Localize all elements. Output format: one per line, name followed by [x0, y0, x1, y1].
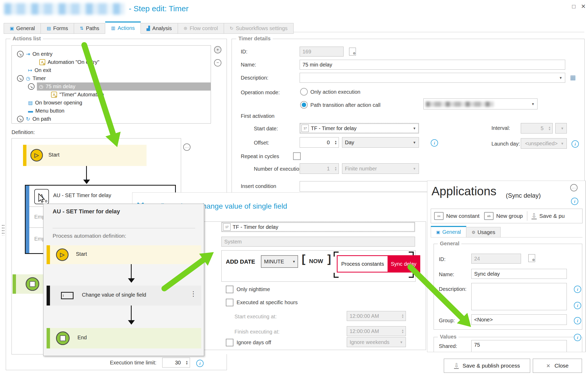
process-constant-token[interactable]: Process constants Sync delay — [337, 255, 420, 273]
tree-item-timer-automation[interactable]: A⚙ "Timer" Automation — [12, 91, 211, 99]
start-date-combo[interactable]: 17 TF - Timer for delay ▼ — [300, 123, 419, 134]
info-glyph: i — [434, 141, 435, 145]
app-description-input[interactable] — [471, 283, 567, 310]
add-action-button[interactable]: + — [214, 46, 221, 53]
close-button[interactable]: ✕ Close — [533, 359, 582, 373]
offset-info-icon[interactable]: i — [431, 139, 438, 147]
maximize-button[interactable]: □ — [572, 3, 575, 10]
description-info-icon-2[interactable]: i — [574, 302, 581, 309]
only-nighttime-checkbox[interactable] — [226, 286, 233, 293]
spin-down-icon[interactable]: ▼ — [334, 142, 337, 145]
tree-item-label: On exit — [35, 67, 51, 73]
save-publish-toolbar-button[interactable]: Save & pu — [539, 213, 565, 219]
spinner[interactable]: ▲▼ — [186, 360, 188, 365]
tree-item-menu-button[interactable]: ▬ Menu button — [12, 107, 211, 115]
spinner[interactable]: ▲▼ — [334, 140, 337, 145]
offset-input[interactable]: 0 ▲▼ — [300, 137, 339, 148]
tab-actions[interactable]: ▥ Actions — [105, 21, 141, 34]
grid-glyph: ▦ — [570, 74, 576, 81]
au-box-title: AU - SET Timer for delay — [53, 192, 111, 198]
repeat-in-cycles-label: Repeat in cycles — [241, 153, 279, 159]
selection-corner — [409, 273, 414, 278]
app-group-dropdown[interactable]: <None> — [471, 314, 567, 325]
single-field-icon: I — [61, 292, 74, 299]
description-info-icon[interactable]: i — [574, 286, 581, 293]
dropdown-icon[interactable]: ▼ — [413, 126, 416, 130]
definition-start-node[interactable]: ▷ Start — [23, 145, 147, 166]
popup-change-value-node[interactable]: I Change value of single field ⋮ — [47, 286, 201, 306]
values-info-icon[interactable]: i — [574, 334, 581, 341]
spin-down-icon[interactable]: ▼ — [186, 363, 188, 365]
path-selector-dropdown[interactable]: ▼ — [423, 98, 537, 109]
popup-end-node[interactable]: End — [47, 328, 201, 348]
radio-path-transition[interactable] — [300, 101, 308, 109]
automation-definition-popup: AU - SET Timer for delay Process automat… — [43, 204, 204, 356]
start-date-label: Start date: — [254, 126, 278, 132]
subworkflows-tab-icon: ↻ — [230, 26, 233, 31]
tree-item-75-min-delay[interactable]: ↘ ◷ 75 min delay — [12, 82, 211, 91]
document-settings-icon[interactable]: ⚙ — [349, 48, 356, 55]
tab-general[interactable]: ▣ General — [4, 23, 41, 34]
new-group-icon: ab — [484, 212, 494, 220]
node-menu-button[interactable]: ⋮ — [190, 290, 197, 298]
tree-item-on-exit[interactable]: ↦ On exit — [12, 66, 211, 74]
shared-value-input[interactable]: 75 — [471, 340, 567, 352]
value-expression-editor[interactable]: ADD DATE MINUTE ▾ [ NOW ] Process consta… — [221, 250, 416, 282]
constant-token-selection[interactable]: Process constants Sync delay — [334, 252, 414, 278]
ignore-days-off-checkbox[interactable] — [226, 339, 233, 346]
tree-item-timer[interactable]: ↘ ◷ Timer — [12, 74, 211, 82]
repeat-in-cycles-checkbox[interactable] — [293, 152, 301, 160]
new-constant-icon: xx — [434, 212, 444, 220]
launch-day-info-icon[interactable]: i — [572, 140, 579, 148]
field-cursor-glyph: I — [63, 294, 64, 298]
tree-item-on-entry[interactable]: ↘ ⇥ On entry — [12, 50, 211, 58]
new-constant-button[interactable]: New constant — [446, 213, 479, 219]
remove-action-button[interactable]: − — [214, 59, 221, 66]
new-group-button[interactable]: New group — [496, 213, 523, 219]
launch-day-value: <unspecified> — [525, 141, 558, 147]
document-settings-icon[interactable]: ⚙ — [528, 254, 535, 262]
tree-item-on-path[interactable]: ↘ ↻ On path — [12, 115, 211, 123]
expression-grid-icon[interactable]: ▦ — [570, 74, 576, 81]
end-node-icon — [56, 331, 70, 345]
app-name-input[interactable]: Sync delay — [471, 269, 567, 279]
bracket-open: [ — [302, 253, 305, 265]
ignore-days-dropdown: Ignore weekends ▼ — [347, 337, 406, 347]
offset-unit-dropdown[interactable]: Day ▼ — [342, 137, 419, 148]
general-tab-icon: ▣ — [436, 230, 440, 235]
radio-only-action-execution[interactable] — [300, 88, 308, 96]
window-close-button[interactable]: ✕ — [581, 3, 586, 10]
on-entry-icon: ⇥ — [26, 51, 30, 57]
applications-tab-general[interactable]: ▣ General — [431, 226, 466, 237]
dropdown-icon[interactable]: ▼ — [413, 141, 416, 145]
tree-item-on-browser-opening[interactable]: ▤ On browser opening — [12, 99, 211, 107]
popup-start-node[interactable]: ▷ Start — [47, 245, 201, 264]
field-combo[interactable]: 17 TF - Timer for delay — [221, 222, 415, 232]
now-token[interactable]: NOW — [309, 258, 323, 265]
applications-tab-usages[interactable]: ⚙ Usages — [466, 227, 501, 237]
dropdown-icon[interactable]: ▼ — [559, 76, 562, 80]
name-value: 75 min delay — [303, 62, 332, 68]
applications-more-button[interactable]: ··· — [570, 184, 578, 191]
tree-item-automation-on-entry[interactable]: A⚙ Automation "On entry" — [12, 58, 211, 66]
execution-time-limit-info-icon[interactable]: i — [196, 360, 204, 367]
executed-at-hours-checkbox[interactable] — [226, 299, 233, 306]
panel-splitter-handle[interactable] — [2, 224, 5, 236]
start-node-label: Start — [48, 152, 59, 158]
group-info-icon[interactable]: i — [574, 317, 581, 324]
applications-info-icon[interactable]: i — [571, 198, 578, 205]
launch-day-label: Launch day: — [491, 141, 520, 147]
actions-tree: ↘ ⇥ On entry A⚙ Automation "On entry" ↦ … — [12, 45, 211, 124]
tab-analysis[interactable]: ▟ Analysis — [141, 23, 178, 34]
definition-more-button[interactable]: ··· — [183, 143, 191, 151]
execution-time-limit-value: 30 — [175, 360, 181, 366]
flow-connector — [131, 264, 132, 278]
tab-paths[interactable]: ⇅ Paths — [74, 23, 105, 34]
minute-unit-dropdown[interactable]: MINUTE ▾ — [261, 255, 298, 268]
tab-forms[interactable]: ▤ Forms — [41, 23, 74, 34]
dropdown-icon[interactable]: ▼ — [531, 102, 535, 106]
name-input[interactable]: 75 min delay — [300, 60, 565, 70]
execution-time-limit-input[interactable]: 30 ▲▼ — [162, 358, 190, 368]
save-publish-process-button[interactable]: ⇩ Save & publish process — [444, 359, 530, 373]
description-input[interactable]: ▼ — [300, 73, 565, 83]
